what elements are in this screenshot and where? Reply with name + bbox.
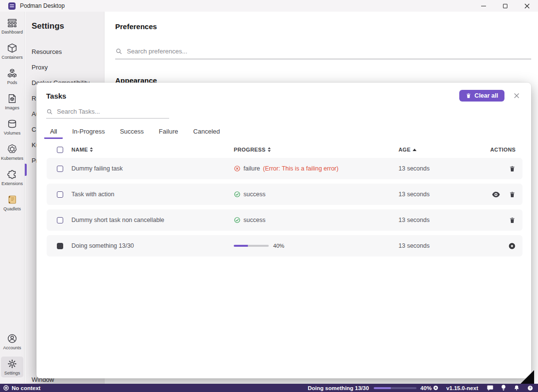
tasks-search-input[interactable]	[57, 108, 169, 115]
row-checkbox[interactable]	[57, 191, 63, 198]
tab-in-progress[interactable]: In-Progress	[66, 124, 110, 139]
task-row-doing-something: Doing something 13/30 40% 13 seconds	[47, 235, 522, 256]
close-button[interactable]	[516, 0, 538, 12]
maximize-button[interactable]	[494, 0, 516, 12]
app-title: Podman Desktop	[20, 2, 65, 9]
eye-icon	[492, 191, 500, 198]
column-header-age[interactable]: AGE	[399, 147, 476, 153]
tasks-filter-tabs: All In-Progress Success Failure Canceled	[44, 124, 531, 139]
task-progress-label: 40%	[273, 243, 284, 249]
dialog-close-button[interactable]	[514, 93, 520, 99]
sort-icon	[90, 147, 93, 152]
trash-icon	[509, 217, 516, 224]
row-checkbox-checked[interactable]	[57, 243, 63, 249]
task-status: success	[234, 191, 399, 198]
statusbar-cancel-task-button[interactable]	[433, 385, 438, 391]
cancel-task-button[interactable]	[508, 242, 516, 250]
success-icon	[234, 217, 241, 223]
statusbar: No context Doing something 13/30 40% v1.…	[0, 384, 538, 392]
task-actions	[476, 191, 516, 198]
task-actions	[476, 217, 516, 224]
kubernetes-icon	[7, 144, 17, 154]
statusbar-progress-bar	[374, 387, 417, 389]
window-controls	[472, 0, 538, 12]
delete-task-button[interactable]	[509, 165, 516, 172]
settings-nav-item-proxy[interactable]: Proxy	[25, 59, 104, 75]
tab-failure[interactable]: Failure	[153, 124, 184, 139]
preferences-search-input[interactable]	[127, 48, 531, 55]
minimize-button[interactable]	[472, 0, 494, 12]
sidebar-item-quadlets[interactable]: Quadlets	[1, 192, 23, 213]
sidebar-item-images[interactable]: Images	[1, 91, 23, 112]
view-task-button[interactable]	[492, 191, 500, 198]
task-age: 13 seconds	[399, 165, 476, 172]
tips-button[interactable]	[501, 385, 506, 391]
containers-icon	[7, 43, 17, 53]
tab-success[interactable]: Success	[114, 124, 150, 139]
statusbar-task-label[interactable]: Doing something 13/30	[308, 385, 369, 391]
tasks-table-body: Dummy failing task failure (Error: This …	[47, 158, 522, 256]
close-icon	[524, 3, 530, 9]
sidebar-item-kubernetes[interactable]: Kubernetes	[1, 142, 23, 163]
sidebar-item-containers[interactable]: Containers	[1, 41, 23, 62]
settings-nav-item-resources[interactable]: Resources	[25, 44, 104, 59]
task-name: Doing something 13/30	[71, 242, 234, 249]
task-status: success	[234, 217, 399, 223]
podman-logo-icon	[8, 2, 16, 10]
sidebar-item-volumes[interactable]: Volumes	[1, 117, 23, 137]
notifications-button[interactable]	[514, 385, 520, 391]
extensions-icon	[7, 169, 17, 180]
tasks-search[interactable]	[46, 108, 169, 119]
sidebar-item-dashboard[interactable]: Dashboard	[1, 16, 23, 36]
help-button[interactable]: ?	[527, 385, 533, 391]
statusbar-right: Doing something 13/30 40% v1.15.0-next ?	[308, 385, 533, 391]
speech-bubble-icon	[487, 385, 493, 391]
tasks-dialog-title: Tasks	[46, 92, 66, 100]
sidebar-item-extensions[interactable]: Extensions	[1, 167, 23, 188]
corner-wedge	[521, 370, 534, 384]
row-checkbox[interactable]	[57, 166, 63, 172]
close-icon	[514, 93, 520, 99]
trash-icon	[509, 165, 516, 172]
tasks-dialog-header: Tasks Clear all	[36, 83, 531, 102]
settings-gear-icon	[7, 358, 17, 369]
app-version[interactable]: v1.15.0-next	[446, 385, 478, 391]
cancel-circle-icon	[508, 242, 516, 250]
search-icon	[46, 108, 53, 115]
task-name: Dummy failing task	[71, 165, 234, 172]
trash-icon	[466, 93, 471, 99]
minimize-icon	[481, 6, 486, 6]
dashboard-icon	[7, 17, 17, 28]
task-name: Dummy short task non cancellable	[71, 217, 234, 223]
task-age: 13 seconds	[399, 217, 476, 223]
delete-task-button[interactable]	[509, 191, 516, 198]
clear-all-button[interactable]: Clear all	[459, 90, 504, 102]
sidebar-item-accounts[interactable]: Accounts	[1, 331, 23, 352]
help-circle-icon: ?	[527, 385, 533, 391]
task-progress-bar	[234, 245, 269, 247]
column-header-progress[interactable]: PROGRESS	[234, 147, 399, 153]
row-checkbox[interactable]	[57, 217, 63, 223]
sort-icon	[268, 147, 271, 152]
task-actions	[476, 242, 516, 250]
select-all-checkbox[interactable]	[57, 147, 63, 153]
nav-sidebar: Dashboard Containers Pods Images Volumes…	[0, 12, 25, 384]
kubernetes-context-icon	[3, 385, 9, 391]
svg-text:?: ?	[529, 386, 531, 390]
task-age: 13 seconds	[399, 191, 476, 198]
success-icon	[234, 191, 241, 198]
tasks-table-header: NAME PROGRESS AGE ACTIONS	[47, 144, 522, 155]
kube-context-button[interactable]: No context	[3, 385, 40, 391]
delete-task-button[interactable]	[509, 217, 516, 224]
column-header-name[interactable]: NAME	[71, 147, 234, 153]
quadlets-icon	[7, 194, 17, 205]
tab-all[interactable]: All	[44, 124, 63, 139]
lightbulb-icon	[501, 385, 506, 391]
tab-canceled[interactable]: Canceled	[188, 124, 226, 139]
sidebar-item-settings[interactable]: Settings	[1, 357, 23, 377]
search-icon	[115, 48, 122, 55]
failure-icon	[234, 165, 241, 172]
preferences-search[interactable]	[115, 48, 531, 59]
feedback-button[interactable]	[487, 385, 493, 391]
sidebar-item-pods[interactable]: Pods	[1, 66, 23, 87]
